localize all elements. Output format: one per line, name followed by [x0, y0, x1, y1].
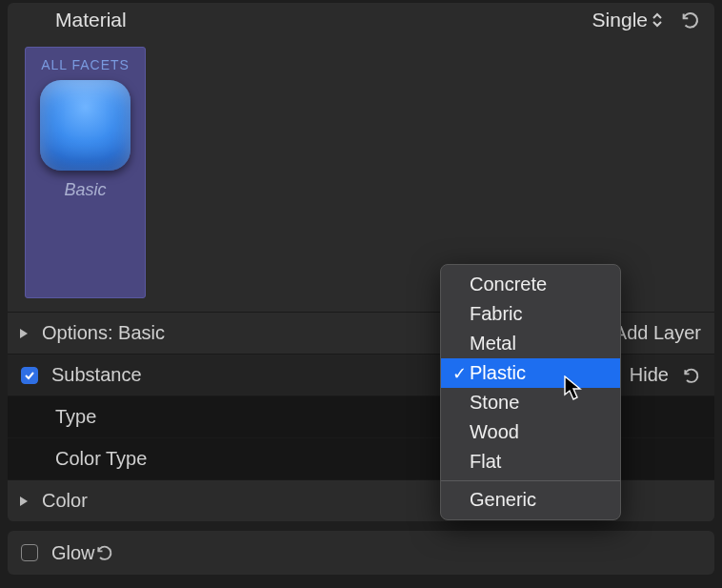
- menu-item-label: Fabric: [470, 303, 523, 325]
- hide-button[interactable]: Hide: [630, 364, 669, 386]
- options-label: Options: Basic: [42, 322, 165, 344]
- menu-item-concrete[interactable]: Concrete: [441, 270, 620, 299]
- color-label: Color: [42, 490, 88, 512]
- undo-icon[interactable]: [682, 366, 701, 385]
- material-mode-label: Single: [592, 9, 648, 31]
- glow-checkbox[interactable]: [21, 544, 38, 561]
- undo-icon[interactable]: [680, 10, 701, 30]
- menu-separator: [441, 480, 620, 481]
- undo-icon[interactable]: [95, 543, 114, 562]
- glow-row[interactable]: Glow: [8, 531, 714, 575]
- substance-menu[interactable]: ConcreteFabricMetal✓PlasticStoneWoodFlat…: [440, 264, 621, 520]
- menu-item-stone[interactable]: Stone: [441, 388, 620, 417]
- menu-item-generic[interactable]: Generic: [441, 485, 620, 515]
- facet-card-title: ALL FACETS: [41, 48, 130, 78]
- menu-item-fabric[interactable]: Fabric: [441, 299, 620, 329]
- material-header-controls: Single: [592, 9, 701, 31]
- material-swatch-label: Basic: [64, 180, 106, 200]
- glow-label: Glow: [51, 542, 95, 564]
- svg-marker-1: [20, 497, 28, 506]
- color-type-label: Color Type: [55, 448, 147, 470]
- substance-checkbox[interactable]: [21, 367, 38, 384]
- material-title: Material: [55, 9, 127, 31]
- menu-item-flat[interactable]: Flat: [441, 447, 620, 476]
- menu-item-plastic[interactable]: ✓Plastic: [441, 358, 620, 388]
- menu-item-label: Wood: [470, 421, 519, 443]
- menu-item-label: Generic: [470, 489, 536, 511]
- menu-item-label: Concrete: [470, 274, 547, 295]
- material-mode-popup[interactable]: Single: [592, 9, 663, 31]
- menu-item-metal[interactable]: Metal: [441, 329, 620, 358]
- menu-item-label: Flat: [470, 451, 501, 473]
- menu-item-label: Metal: [470, 333, 516, 355]
- disclosure-triangle-icon[interactable]: [15, 327, 32, 340]
- material-header: Material Single: [8, 3, 714, 35]
- add-layer-button[interactable]: Add Layer: [614, 322, 701, 344]
- checkmark-icon: ✓: [449, 363, 470, 384]
- svg-marker-0: [20, 329, 28, 338]
- chevron-updown-icon: [652, 12, 663, 28]
- menu-item-label: Plastic: [470, 362, 526, 384]
- menu-item-label: Stone: [470, 392, 519, 414]
- type-label: Type: [55, 406, 96, 428]
- disclosure-triangle-icon[interactable]: [15, 495, 32, 508]
- substance-label: Substance: [51, 364, 142, 386]
- material-swatch: [40, 80, 130, 171]
- facet-card[interactable]: ALL FACETS Basic: [25, 47, 146, 298]
- menu-item-wood[interactable]: Wood: [441, 417, 620, 447]
